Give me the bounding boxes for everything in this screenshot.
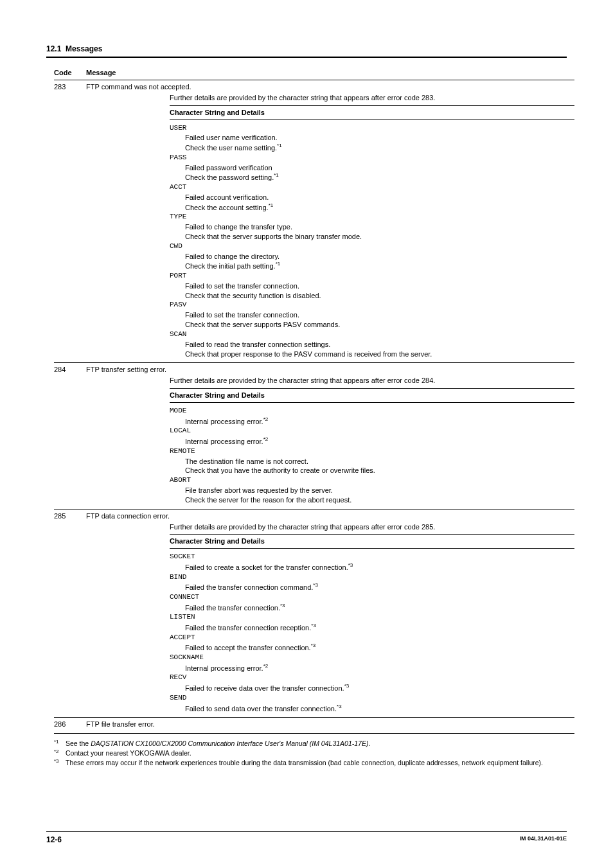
row-details: Further details are provided by the char… [170,522,574,713]
footnote-ref: *2 [263,436,269,442]
cell-message: FTP transfer setting error. [86,365,574,375]
command-name: MODE [170,406,574,416]
page: 12.1 Messages Code Message 283FTP comman… [0,0,613,868]
command-description: Failed to set the transfer connection. [185,310,574,320]
command-name: CONNECT [170,592,574,602]
footnote-ref: *3 [280,603,285,608]
row-details: Further details are provided by the char… [170,93,574,359]
command-name: SOCKET [170,552,574,562]
col-header-message: Message [86,68,574,78]
command-name: BIND [170,572,574,582]
cell-code: 285 [54,511,86,521]
footnote-text: See the DAQSTATION CX1000/CX2000 Communi… [66,739,370,748]
command-description: Failed to send data over the transfer co… [185,704,574,714]
command-description: Failed to create a socket for the transf… [185,562,574,572]
row-top: 283FTP command was not accepted. [54,82,574,92]
footnote-ref: *1 [274,172,279,178]
command-description: Check that the server supports PASV comm… [185,320,574,330]
command-description: Failed user name verification. [185,133,574,143]
command-description: Failed to change the directory. [185,252,574,261]
command-description: File transfer abort was requested by the… [185,486,574,495]
command-name: REMOTE [170,447,574,456]
details-subheading: Character String and Details [170,534,574,549]
command-name: ACCT [170,182,574,192]
command-name: PASV [170,300,574,310]
command-name: TYPE [170,212,574,222]
command-name: SCAN [170,330,574,339]
table-header: Code Message [54,68,574,80]
row-intro: Further details are provided by the char… [170,376,574,385]
command-description: Internal processing error.*2 [185,663,574,673]
command-description: Failed to read the transfer connection s… [185,340,574,350]
footnote-ref: *3 [311,642,316,648]
footnote-ref: *3 [337,704,342,709]
cell-message: FTP command was not accepted. [86,82,574,92]
command-description: Failed to accept the transfer connection… [185,642,574,653]
section-title-text: Messages [66,44,102,53]
row-intro: Further details are provided by the char… [170,522,574,532]
cell-message: FTP file transfer error. [86,720,574,729]
footnote-ref: *2 [263,416,269,422]
command-name: ABORT [170,475,574,485]
command-description: Check that the server supports the binar… [185,232,574,242]
details-subheading: Character String and Details [170,105,574,120]
section-rule [46,57,567,58]
command-description: The destination file name is not correct… [185,457,574,466]
command-description: Check that you have the authority to cre… [185,466,574,475]
section-number: 12.1 [46,44,61,53]
command-description: Failed the transfer connection command.*… [185,582,574,592]
command-description: Check the server for the reason for the … [185,495,574,505]
footnote-ref: *3 [348,562,353,568]
command-description: Check that proper response to the PASV c… [185,350,574,359]
command-name: LOCAL [170,426,574,436]
footnote-italic: DAQSTATION CX1000/CX2000 Communication I… [91,740,368,747]
cell-code: 284 [54,365,86,375]
footnote-ref: *3 [313,582,318,588]
footnote: *3These errors may occur if the network … [54,758,567,767]
command-description: Check the initial path setting.*1 [185,261,574,271]
table-body: 283FTP command was not accepted.Further … [54,80,574,734]
row-top: 286FTP file transfer error. [54,720,574,729]
col-header-code: Code [54,68,86,78]
command-description: Check that the security function is disa… [185,291,574,301]
messages-table: Code Message 283FTP command was not acce… [54,68,574,734]
command-name: CWD [170,242,574,251]
command-description: Failed the transfer connection reception… [185,623,574,633]
command-description: Check the password setting.*1 [185,172,574,182]
footnote-ref: *1 [276,261,281,267]
command-name: ACCEPT [170,633,574,642]
command-name: SEND [170,693,574,703]
table-row: 286FTP file transfer error. [54,718,574,734]
footnote-ref: *1 [269,202,274,208]
footnote-marker: *1 [54,739,66,748]
row-top: 285FTP data connection error. [54,511,574,521]
footnote-ref: *3 [311,623,316,628]
footnote: *2Contact your nearest YOKOGAWA dealer. [54,748,567,757]
cell-message: FTP data connection error. [86,511,574,521]
page-footer: 12-6 IM 04L31A01-01E [46,831,567,845]
footnote-marker: *2 [54,748,66,757]
details-subheading: Character String and Details [170,388,574,403]
row-intro: Further details are provided by the char… [170,93,574,103]
footnote: *1See the DAQSTATION CX1000/CX2000 Commu… [54,739,567,748]
command-description: Failed to change the transfer type. [185,222,574,232]
command-name: LISTEN [170,612,574,622]
footnote-text: Contact your nearest YOKOGAWA dealer. [66,748,191,757]
cell-code: 286 [54,720,86,729]
command-description: Failed account verification. [185,193,574,202]
command-description: Internal processing error.*2 [185,436,574,447]
row-top: 284FTP transfer setting error. [54,365,574,375]
document-id: IM 04L31A01-01E [519,835,567,845]
command-description: Failed the transfer connection.*3 [185,603,574,613]
command-description: Check the user name setting.*1 [185,143,574,153]
command-description: Failed to set the transfer connection. [185,281,574,291]
row-details: Further details are provided by the char… [170,376,574,504]
cell-code: 283 [54,82,86,92]
command-name: RECV [170,673,574,682]
command-description: Failed password verification [185,163,574,173]
command-description: Check the account setting.*1 [185,202,574,213]
command-name: SOCKNAME [170,653,574,662]
footnote-ref: *3 [344,683,350,689]
command-name: PORT [170,271,574,281]
table-row: 283FTP command was not accepted.Further … [54,80,574,363]
